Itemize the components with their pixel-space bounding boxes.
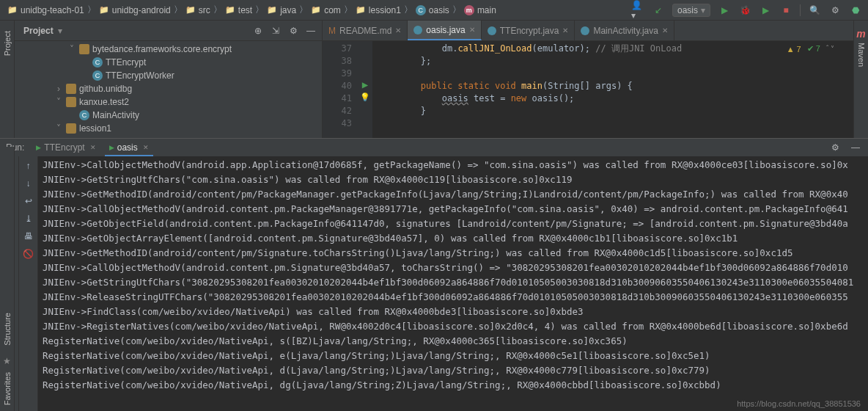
editor-tab[interactable]: oasis.java✕ bbox=[408, 21, 481, 40]
folder-icon bbox=[225, 5, 235, 15]
tree-item[interactable]: ›github.unidbg bbox=[15, 82, 322, 95]
class-icon: C bbox=[416, 5, 426, 15]
warning-badge[interactable]: ▲ 7 bbox=[787, 45, 801, 54]
run-icon[interactable]: ▶ bbox=[718, 4, 731, 17]
intention-bulb-icon[interactable]: 💡 bbox=[358, 91, 372, 103]
run-config-selector[interactable]: oasis ▾ bbox=[672, 4, 710, 17]
debug-icon[interactable]: 🐞 bbox=[738, 4, 751, 17]
ide-icon[interactable]: ⬣ bbox=[849, 4, 862, 17]
tree-item[interactable]: ˅kanxue.test2 bbox=[15, 95, 322, 109]
breadcrumb-item[interactable]: lession1 bbox=[354, 5, 402, 15]
update-project-icon[interactable]: ↙ bbox=[652, 4, 665, 17]
line-number: 41 bbox=[323, 92, 352, 105]
tree-arrow-icon: ˅ bbox=[54, 97, 63, 107]
collapse-all-icon[interactable]: ⇲ bbox=[269, 24, 282, 37]
console-output[interactable]: JNIEnv->CallObjectMethodV(android.app.Ap… bbox=[38, 156, 868, 411]
tree-item[interactable]: CTTEncryptWorker bbox=[15, 69, 322, 82]
inspection-nav[interactable]: ˆ ˅ bbox=[826, 45, 834, 53]
code-line[interactable]: oasis test = new oasis(); bbox=[378, 92, 853, 105]
hide-run-panel-icon[interactable]: — bbox=[849, 141, 862, 154]
tree-item[interactable]: CMainActivity bbox=[15, 109, 322, 122]
folder-icon bbox=[99, 5, 109, 15]
breadcrumb-item[interactable]: unidbg-teach-01 bbox=[6, 5, 86, 15]
close-icon[interactable]: ✕ bbox=[562, 26, 568, 34]
code-line[interactable]: }; bbox=[378, 55, 853, 68]
breadcrumb-item[interactable]: mmain bbox=[463, 5, 498, 15]
breadcrumb-item[interactable]: test bbox=[224, 5, 254, 15]
project-panel: Project ▾ ⊕ ⇲ ⚙ — ˅bytedance.frameworks.… bbox=[15, 21, 323, 138]
breadcrumb-item[interactable]: unidbg-android bbox=[98, 5, 172, 15]
project-tool-tab[interactable]: Project bbox=[1, 26, 13, 60]
project-panel-title[interactable]: Project bbox=[23, 26, 54, 36]
folder-icon bbox=[7, 5, 18, 15]
run-tab-label: oasis bbox=[117, 142, 138, 153]
line-number: 40 bbox=[323, 80, 352, 92]
breadcrumb-label: unidbg-teach-01 bbox=[21, 5, 84, 15]
up-icon[interactable]: ↑ bbox=[26, 161, 31, 171]
left-tool-rail: Project bbox=[0, 21, 15, 138]
package-icon bbox=[66, 123, 76, 134]
package-icon bbox=[66, 84, 76, 94]
search-icon[interactable]: 🔍 bbox=[808, 4, 821, 17]
close-icon[interactable]: ✕ bbox=[469, 26, 475, 34]
breadcrumb-separator: 〉 bbox=[452, 4, 461, 16]
code-line[interactable] bbox=[378, 68, 853, 80]
structure-tool-tab[interactable]: Structure bbox=[1, 307, 13, 352]
editor-tab[interactable]: MREADME.md✕ bbox=[323, 21, 408, 40]
run-gutter-icon[interactable]: ▶ bbox=[358, 79, 372, 91]
breadcrumb-item[interactable]: src bbox=[184, 5, 212, 15]
gutter-icons: ▶💡 bbox=[358, 41, 372, 138]
editor-tab[interactable]: TTEncrypt.java✕ bbox=[482, 21, 575, 40]
tree-arrow-icon: › bbox=[54, 84, 63, 94]
tree-item[interactable]: ˅bytedance.frameworks.core.encrypt bbox=[15, 43, 322, 56]
favorites-tool-tab[interactable]: Favorites bbox=[1, 366, 13, 411]
close-icon[interactable]: ✕ bbox=[143, 144, 149, 151]
chevron-down-icon[interactable]: ▾ bbox=[58, 26, 62, 36]
left-bottom-rail: Structure ★ Favorites bbox=[0, 147, 15, 411]
tree-item[interactable]: CTTEncrypt bbox=[15, 56, 322, 69]
code-line[interactable]: dm.callJNI_OnLoad(emulator); // 调用JNI On… bbox=[378, 43, 853, 55]
coverage-icon[interactable]: ▶ bbox=[759, 4, 772, 17]
editor-tab-label: MainActivity.java bbox=[593, 26, 658, 36]
stop-icon[interactable]: ■ bbox=[779, 4, 792, 17]
locate-icon[interactable]: ⊕ bbox=[251, 24, 265, 37]
line-number-gutter: 37383940414243 bbox=[323, 41, 358, 138]
code-line[interactable]: } bbox=[378, 105, 853, 117]
print-icon[interactable]: 🖶 bbox=[24, 231, 33, 241]
soft-wrap-icon[interactable]: ↩ bbox=[25, 196, 32, 206]
code-line[interactable]: public static void main(String[] args) { bbox=[378, 80, 853, 92]
clear-icon[interactable]: 🚫 bbox=[23, 249, 34, 259]
breadcrumb-separator: 〉 bbox=[213, 4, 222, 16]
favorites-star-icon: ★ bbox=[3, 356, 11, 366]
scroll-to-end-icon[interactable]: ⤓ bbox=[25, 214, 32, 224]
panel-settings-icon[interactable]: ⚙ bbox=[287, 24, 300, 37]
close-icon[interactable]: ✕ bbox=[90, 144, 96, 151]
breadcrumb-label: oasis bbox=[429, 5, 449, 15]
breadcrumb-item[interactable]: java bbox=[265, 5, 298, 15]
user-icon[interactable]: 👤▾ bbox=[631, 4, 644, 17]
breadcrumb-label: main bbox=[477, 5, 496, 15]
project-tree[interactable]: ˅bytedance.frameworks.core.encryptCTTEnc… bbox=[15, 41, 322, 137]
hide-panel-icon[interactable]: — bbox=[304, 24, 317, 37]
class-icon: C bbox=[79, 110, 89, 120]
editor-tab[interactable]: MainActivity.java✕ bbox=[575, 21, 674, 40]
run-header: Run: ▶TTEncrypt✕▶oasis✕ ⚙ — bbox=[0, 139, 868, 156]
tree-item[interactable]: ˅lession1 bbox=[15, 122, 322, 135]
run-panel-settings-icon[interactable]: ⚙ bbox=[828, 141, 842, 154]
settings-icon[interactable]: ⚙ bbox=[828, 4, 842, 17]
typo-badge[interactable]: ✔ 7 bbox=[807, 44, 820, 54]
maven-tool-tab[interactable]: Maven bbox=[856, 40, 867, 70]
down-icon[interactable]: ↓ bbox=[26, 178, 31, 189]
code-line[interactable] bbox=[378, 117, 853, 130]
java-icon bbox=[413, 26, 422, 34]
close-icon[interactable]: ✕ bbox=[395, 26, 401, 34]
tree-item-label: kanxue.test2 bbox=[79, 97, 129, 107]
close-icon[interactable]: ✕ bbox=[662, 26, 668, 34]
run-tab[interactable]: ▶TTEncrypt✕ bbox=[32, 139, 100, 156]
line-number: 37 bbox=[323, 43, 352, 55]
run-tab[interactable]: ▶oasis✕ bbox=[105, 139, 153, 156]
breadcrumb-item[interactable]: Coasis bbox=[414, 5, 451, 15]
code-area[interactable]: dm.callJNI_OnLoad(emulator); // 调用JNI On… bbox=[372, 41, 853, 138]
breadcrumb-item[interactable]: com bbox=[309, 5, 342, 15]
breadcrumb-separator: 〉 bbox=[255, 4, 264, 16]
